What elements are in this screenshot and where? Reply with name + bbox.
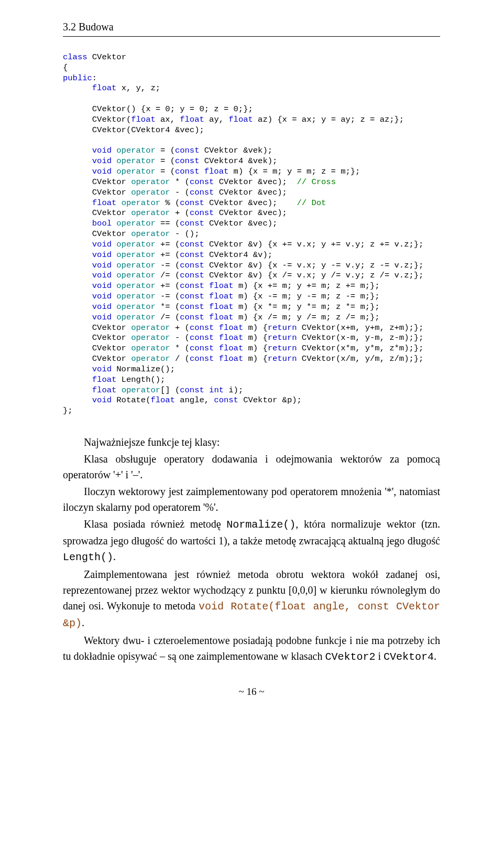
kw-operator: operator — [131, 344, 170, 353]
kw-const: const — [175, 156, 200, 166]
code-comment: // Dot — [297, 198, 326, 208]
code-text: m) { — [243, 323, 268, 333]
code-text: CVektor &v) {x += v.x; y += v.y; z += v.… — [204, 240, 424, 249]
kw-float: float — [214, 333, 243, 342]
code-text: CVektor — [63, 333, 131, 342]
code-text: += ( — [156, 250, 180, 260]
kw-const: const — [180, 385, 204, 395]
para-normalize: Klasa posiada również metodę Normalize()… — [63, 516, 440, 565]
code-text: CVektor &v) {x -= v.x; y -= v.y; z -= v.… — [204, 261, 424, 270]
code-text: m) {x /= m; y /= m; z /= m;}; — [234, 313, 380, 322]
code-text: CVektor — [63, 344, 131, 353]
kw-public: public — [63, 73, 92, 83]
kw-const: const — [180, 292, 204, 301]
kw-const: const — [190, 344, 214, 353]
code-text: * ( — [170, 177, 190, 187]
kw-void: void — [63, 313, 112, 322]
code-text: = ( — [156, 167, 175, 176]
para-intro: Najważniejsze funkcje tej klasy: — [63, 434, 440, 450]
code-text: CVektor(CVektor4 &vec); — [63, 125, 204, 135]
kw-operator: operator — [112, 156, 156, 166]
kw-float: float — [204, 313, 234, 322]
kw-const: const — [190, 323, 214, 333]
code-text: + ( — [170, 208, 190, 218]
inline-code-cvektor2: CVektor2 — [325, 651, 375, 663]
kw-return: return — [268, 344, 297, 353]
kw-void: void — [63, 146, 112, 155]
code-text: * ( — [170, 344, 190, 353]
kw-int: int — [204, 385, 224, 395]
para-text: . — [434, 650, 436, 662]
code-text: m) { — [243, 344, 268, 353]
code-text: CVektor — [63, 177, 131, 187]
code-text: CVektor( — [63, 115, 131, 124]
kw-operator: operator — [112, 240, 156, 249]
para-rotate: Zaimplementowana jest również metoda obr… — [63, 566, 440, 631]
kw-operator: operator — [112, 219, 156, 228]
page-container: 3.2 Budowa class CVektor { public: float… — [0, 0, 503, 719]
kw-void: void — [63, 250, 112, 260]
kw-void: void — [63, 302, 112, 312]
kw-operator: operator — [112, 250, 156, 260]
code-text: CVektor &vec); — [214, 177, 297, 187]
para-text: Klasa posiada również metodę — [84, 518, 226, 530]
kw-const: const — [175, 167, 200, 176]
kw-void: void — [63, 292, 112, 301]
code-text: m) { — [243, 354, 268, 363]
kw-const: const — [190, 177, 214, 187]
kw-const: const — [180, 302, 204, 312]
code-listing: class CVektor { public: float x, y, z; C… — [63, 52, 440, 416]
code-text: angle, — [175, 395, 214, 405]
kw-float: float — [214, 323, 243, 333]
code-text: m) {x -= m; y -= m; z -= m;}; — [234, 292, 380, 301]
code-text: CVektor &p); — [238, 395, 302, 405]
kw-float: float — [63, 198, 116, 208]
kw-const: const — [180, 240, 204, 249]
kw-const: const — [214, 395, 238, 405]
kw-return: return — [268, 333, 297, 342]
kw-class: class — [63, 52, 88, 62]
kw-const: const — [190, 333, 214, 342]
code-text: = ( — [156, 146, 175, 155]
kw-const: const — [190, 354, 214, 363]
code-text: CVektor — [63, 208, 131, 218]
code-text: CVektor — [63, 229, 131, 239]
code-text: CVektor &vec); — [214, 208, 287, 218]
inline-code-normalize: Normalize() — [226, 519, 296, 531]
code-text: = ( — [156, 156, 175, 166]
kw-float: float — [204, 302, 234, 312]
code-text: Length(); — [116, 375, 165, 384]
kw-operator: operator — [116, 385, 160, 395]
kw-float: float — [204, 292, 234, 301]
kw-operator: operator — [112, 271, 156, 280]
kw-operator: operator — [131, 229, 170, 239]
kw-float: float — [131, 115, 156, 124]
code-text: -= ( — [156, 261, 180, 270]
kw-operator: operator — [112, 146, 156, 155]
para-operators: Klasa obsługuje operatory dodawania i od… — [63, 451, 440, 483]
code-text: += ( — [156, 281, 180, 291]
para-cross-dot: Iloczyn wektorowy jest zaimplementowany … — [63, 484, 440, 515]
kw-const: const — [175, 146, 200, 155]
code-text: *= ( — [156, 302, 180, 312]
kw-void: void — [63, 167, 112, 176]
kw-operator: operator — [131, 177, 170, 187]
code-text: CVektor — [63, 354, 131, 363]
code-text: CVektor(x+m, y+m, z+m);}; — [297, 323, 424, 333]
kw-operator: operator — [131, 323, 170, 333]
kw-void: void — [63, 240, 112, 249]
code-text: m) {x += m; y += m; z += m;}; — [234, 281, 380, 291]
kw-const: const — [190, 188, 214, 197]
code-text: CVektor &vec); — [204, 198, 297, 208]
code-text: == ( — [156, 219, 180, 228]
kw-float: float — [228, 115, 253, 124]
kw-bool: bool — [63, 219, 112, 228]
code-text: CVektor — [63, 188, 131, 197]
code-text: CVektor4 &v); — [204, 250, 272, 260]
para-text: . — [82, 617, 84, 628]
kw-operator: operator — [112, 281, 156, 291]
code-text: += ( — [156, 240, 180, 249]
kw-operator: operator — [112, 292, 156, 301]
kw-operator: operator — [131, 333, 170, 342]
kw-float: float — [63, 385, 116, 395]
